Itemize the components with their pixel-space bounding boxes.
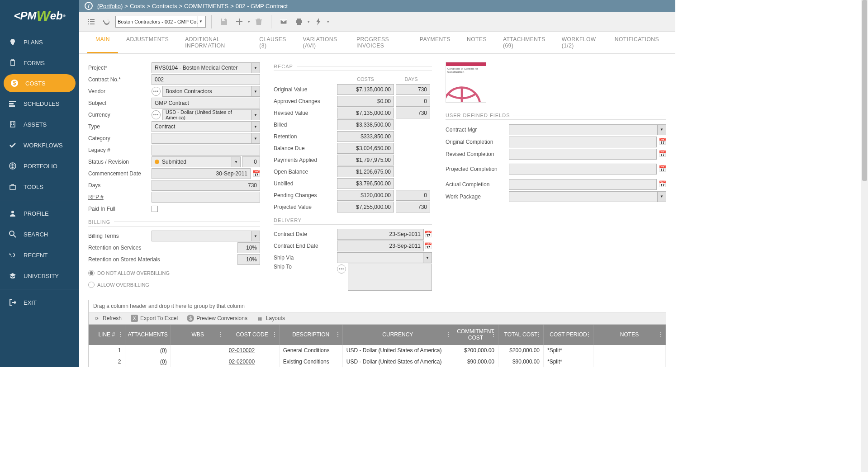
tab-adjustments[interactable]: ADJUSTMENTS: [118, 32, 177, 53]
nav-portfolio[interactable]: PORTFOLIO: [0, 156, 79, 176]
tab-payments[interactable]: PAYMENTS: [412, 32, 459, 53]
col-curr[interactable]: CURRENCY⋮: [342, 325, 453, 345]
layouts-button[interactable]: ▦Layouts: [256, 315, 285, 322]
undo-button[interactable]: [100, 15, 114, 28]
project-select[interactable]: RVS0104 - Boston Medical Center: [152, 62, 260, 73]
col-total[interactable]: TOTAL COST⋮: [498, 325, 544, 345]
nav-costs[interactable]: $COSTS: [4, 74, 76, 92]
allow-overbill-radio[interactable]: [88, 282, 95, 288]
tab-notifications[interactable]: NOTIFICATIONS: [607, 32, 667, 53]
table-row[interactable]: 1(0)02-010002General ConditionsUSD - Dol…: [89, 345, 666, 356]
nav-forms[interactable]: FORMS: [0, 52, 79, 73]
nav-recent[interactable]: RECENT: [0, 245, 79, 265]
category-select[interactable]: [152, 133, 260, 144]
export-button[interactable]: XExport To Excel: [131, 315, 178, 322]
contractno-input[interactable]: [152, 74, 260, 85]
calendar-icon[interactable]: 📅: [658, 179, 666, 189]
calendar-icon[interactable]: 📅: [658, 137, 666, 146]
calendar-icon[interactable]: 📅: [424, 229, 432, 239]
nav-tools[interactable]: TOOLS: [0, 176, 79, 197]
paid-checkbox[interactable]: [152, 206, 158, 212]
wp-select[interactable]: [509, 191, 666, 202]
no-overbill-radio[interactable]: [88, 270, 95, 276]
nav-workflows[interactable]: WORKFLOWS: [0, 135, 79, 156]
nav-schedules[interactable]: SCHEDULES: [0, 93, 79, 114]
orig-cost: [337, 84, 394, 95]
nav-profile[interactable]: PROFILE: [0, 203, 79, 224]
doc-thumbnail[interactable]: Conditions of Contract forConstruction: [446, 62, 486, 103]
days-input[interactable]: [152, 180, 260, 191]
rcomp-input[interactable]: [509, 149, 657, 160]
nav-exit[interactable]: EXIT: [0, 292, 79, 313]
subject-input[interactable]: [152, 98, 260, 109]
ocomp-input[interactable]: [509, 137, 657, 147]
tab-additional[interactable]: ADDITIONAL INFORMATION: [177, 32, 251, 53]
cedate-input[interactable]: [337, 241, 424, 251]
bolt-button[interactable]: [312, 15, 325, 28]
col-wbs[interactable]: WBS⋮: [171, 325, 225, 345]
bc-contracts: Contracts: [152, 3, 177, 9]
tab-variations[interactable]: VARIATIONS (AVI): [295, 32, 348, 53]
days-label: Days: [88, 182, 152, 189]
calendar-icon[interactable]: 📅: [252, 169, 260, 179]
calendar-icon[interactable]: 📅: [658, 164, 666, 174]
delete-button[interactable]: [252, 15, 266, 28]
nav-university[interactable]: UNIVERSITY: [0, 265, 79, 286]
tab-clauses[interactable]: CLAUSES (3): [251, 32, 294, 53]
vendor-more[interactable]: •••: [152, 87, 161, 96]
ret-serv-input[interactable]: [237, 242, 260, 253]
print-button[interactable]: [292, 15, 306, 28]
rfp-input[interactable]: [152, 192, 260, 203]
tab-main[interactable]: MAIN: [87, 32, 118, 53]
billing-terms-select[interactable]: [152, 231, 260, 241]
email-button[interactable]: [277, 15, 290, 28]
ret-mat-input[interactable]: [237, 254, 260, 265]
preview-button[interactable]: $Preview Conversions: [187, 315, 247, 322]
tab-workflow[interactable]: WORKFLOW (1/2): [554, 32, 607, 53]
calendar-icon[interactable]: 📅: [424, 241, 432, 251]
type-select[interactable]: Contract: [152, 121, 260, 132]
unb-label: Unbilled: [274, 180, 337, 187]
shipto-input[interactable]: [348, 264, 432, 291]
tab-notes[interactable]: NOTES: [459, 32, 495, 53]
scrollbar[interactable]: [861, 0, 868, 367]
bc-portfolio[interactable]: (Portfolio): [97, 3, 123, 9]
pay-label: Payments Applied: [274, 157, 337, 163]
pcomp-input[interactable]: [509, 164, 657, 175]
nav-assets[interactable]: ASSETS: [0, 114, 79, 135]
appr-label: Approved Changes: [274, 98, 337, 104]
mgr-select[interactable]: [509, 124, 666, 135]
add-button[interactable]: [232, 15, 246, 28]
col-commit[interactable]: COMMITMENT COST⋮: [453, 325, 498, 345]
nav-plans[interactable]: PLANS: [0, 32, 79, 52]
col-att[interactable]: ATTACHMENTS⋮: [125, 325, 171, 345]
col-line[interactable]: LINE #⋮: [89, 325, 125, 345]
list-button[interactable]: [85, 15, 98, 28]
col-code[interactable]: COST CODE⋮: [225, 325, 279, 345]
rev-days: [396, 108, 430, 118]
calendar-icon[interactable]: 📅: [658, 149, 666, 159]
commence-input[interactable]: [152, 168, 251, 179]
status-select[interactable]: Submitted: [152, 156, 241, 167]
col-desc[interactable]: DESCRIPTION⋮: [279, 325, 342, 345]
tab-attachments[interactable]: ATTACHMENTS (69): [495, 32, 554, 53]
grid-group-hint[interactable]: Drag a column header and drop it here to…: [89, 300, 666, 312]
currency-more[interactable]: •••: [152, 110, 161, 119]
tab-progress[interactable]: PROGRESS INVOICES: [348, 32, 412, 53]
table-row[interactable]: 2(0)02-020000Existing ConditionsUSD - Do…: [89, 356, 666, 367]
col-period[interactable]: COST PERIOD⋮: [544, 325, 593, 345]
nav-search[interactable]: SEARCH: [0, 224, 79, 245]
acomp-input[interactable]: [509, 179, 657, 190]
paid-label: Paid In Full: [88, 206, 152, 212]
legacy-input[interactable]: [152, 145, 260, 156]
vendor-select[interactable]: Boston Contractors: [162, 86, 260, 97]
cdate-input[interactable]: [337, 229, 424, 240]
shipto-more[interactable]: •••: [337, 264, 346, 274]
save-button[interactable]: [217, 15, 231, 28]
shipvia-select[interactable]: [337, 252, 432, 263]
currency-select[interactable]: USD - Dollar (United States of America): [162, 109, 260, 120]
col-notes[interactable]: NOTES⋮: [593, 325, 666, 345]
info-icon[interactable]: i: [85, 2, 93, 10]
refresh-button[interactable]: ⟳Refresh: [93, 315, 122, 322]
record-selector[interactable]: Boston Contractors - 002 - GMP Contract: [115, 16, 206, 28]
